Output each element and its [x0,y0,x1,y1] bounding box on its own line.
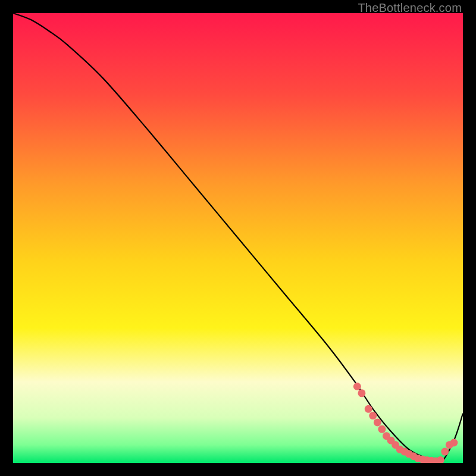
highlight-marker [441,448,449,456]
chart-svg [13,13,463,463]
chart-container: TheBottleneck.com [0,0,476,476]
highlight-marker [369,412,377,419]
highlight-marker [358,389,365,397]
highlight-marker [353,383,361,390]
plot-area [13,13,463,463]
highlight-marker [450,439,458,446]
highlight-marker [378,425,386,433]
highlight-marker [374,418,381,426]
highlight-marker [365,405,372,413]
